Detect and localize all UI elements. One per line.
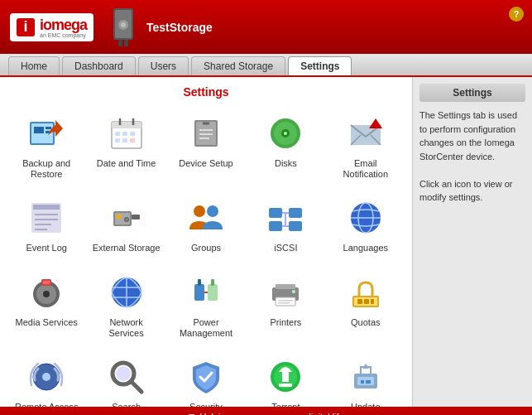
svg-rect-94 <box>361 380 364 384</box>
svg-rect-8 <box>34 127 44 133</box>
tab-home[interactable]: Home <box>8 56 60 75</box>
media-services-icon <box>25 271 68 314</box>
languages-item[interactable]: Languages <box>328 191 404 258</box>
languages-icon <box>344 196 387 239</box>
quotas-item[interactable]: Quotas <box>328 266 404 344</box>
power-management-item[interactable]: Power Management <box>168 266 244 344</box>
help-icon[interactable]: ? <box>509 7 524 22</box>
disks-label: Disks <box>275 158 297 169</box>
svg-rect-76 <box>278 300 293 302</box>
logo-i-icon: i <box>17 18 35 36</box>
quotas-icon <box>344 271 387 314</box>
iscsi-icon <box>264 196 307 239</box>
disks-item[interactable]: Disks <box>247 107 324 185</box>
iscsi-label: iSCSI <box>274 243 297 253</box>
external-storage-label: External Storage <box>93 243 161 253</box>
update-icon <box>344 355 387 398</box>
date-time-item[interactable]: Date and Time <box>88 107 164 185</box>
security-label: Security <box>189 402 223 407</box>
email-label: Email Notification <box>331 158 400 180</box>
backup-restore-label: Backup and Restore <box>12 158 81 180</box>
device-icon <box>107 7 140 48</box>
svg-rect-17 <box>130 132 135 136</box>
svg-point-87 <box>116 366 131 381</box>
languages-label: Languages <box>343 243 388 253</box>
email-item[interactable]: Email Notification <box>328 107 404 185</box>
event-log-label: Event Log <box>26 243 67 253</box>
tab-users[interactable]: Users <box>138 56 189 75</box>
groups-item[interactable]: Groups <box>168 191 244 258</box>
quotas-label: Quotas <box>351 317 380 328</box>
update-label: Update <box>351 402 380 407</box>
torrent-icon <box>264 355 307 398</box>
sidebar: Settings The Settings tab is used to per… <box>412 77 532 407</box>
svg-rect-77 <box>278 302 290 304</box>
remote-access-item[interactable]: Remote Access <box>8 350 84 407</box>
event-log-icon <box>25 196 68 239</box>
date-time-label: Date and Time <box>97 158 156 169</box>
device-name: TestStorage <box>146 21 213 34</box>
svg-line-88 <box>132 382 141 392</box>
svg-point-30 <box>284 132 287 135</box>
footer-text: Helping you manage your digital life <box>199 412 343 415</box>
network-services-label: Network Services <box>91 317 161 339</box>
torrent-label: Torrent Download <box>251 402 320 407</box>
svg-point-46 <box>125 219 127 221</box>
page-title: Settings <box>8 85 404 99</box>
nav-tabs: Home Dashboard Users Shared Storage Sett… <box>0 54 532 77</box>
disks-icon <box>264 112 307 155</box>
header: i iomega an EMC company TestStorage ? <box>0 0 532 54</box>
svg-rect-4 <box>118 40 122 46</box>
media-services-label: Media Services <box>16 317 78 328</box>
sidebar-title: Settings <box>419 84 525 102</box>
event-log-item[interactable]: Event Log <box>8 191 84 258</box>
svg-rect-9 <box>46 127 51 129</box>
iscsi-item[interactable]: iSCSI <box>247 191 324 258</box>
svg-rect-69 <box>198 279 201 286</box>
svg-rect-44 <box>117 215 121 219</box>
device-setup-item[interactable]: Device Setup <box>168 107 244 185</box>
search-label: Search <box>112 402 141 407</box>
svg-rect-71 <box>211 279 214 286</box>
svg-rect-81 <box>357 299 362 304</box>
network-services-icon <box>105 271 148 314</box>
svg-rect-74 <box>276 284 295 289</box>
svg-rect-75 <box>276 297 295 306</box>
security-icon <box>185 355 228 398</box>
printers-label: Printers <box>270 317 301 328</box>
svg-rect-70 <box>208 284 218 301</box>
update-item[interactable]: Update <box>328 350 404 407</box>
content-area: Settings Backup and Restore <box>0 77 412 407</box>
network-services-item[interactable]: Network Services <box>88 266 164 344</box>
tab-dashboard[interactable]: Dashboard <box>62 56 136 75</box>
search-item[interactable]: Search <box>88 350 164 407</box>
security-item[interactable]: Security <box>168 350 244 407</box>
footer: ≡ Helping you manage your digital life <box>0 407 532 415</box>
backup-restore-icon <box>25 112 68 155</box>
svg-rect-63 <box>43 281 50 284</box>
svg-rect-15 <box>115 132 120 136</box>
tab-settings[interactable]: Settings <box>288 56 352 75</box>
logo-sub: an EMC company <box>40 32 87 38</box>
svg-rect-36 <box>33 205 60 210</box>
svg-rect-95 <box>366 380 371 384</box>
external-storage-item[interactable]: External Storage <box>88 191 164 258</box>
svg-rect-18 <box>115 138 120 142</box>
svg-rect-5 <box>124 40 128 46</box>
backup-restore-item[interactable]: Backup and Restore <box>8 107 84 185</box>
torrent-item[interactable]: Torrent Download <box>247 350 324 407</box>
tab-shared-storage[interactable]: Shared Storage <box>191 56 285 75</box>
svg-rect-52 <box>289 221 302 231</box>
svg-rect-83 <box>371 299 374 304</box>
date-time-icon <box>105 112 148 155</box>
printers-item[interactable]: Printers <box>247 266 324 344</box>
svg-point-85 <box>42 373 50 381</box>
svg-rect-16 <box>122 132 127 136</box>
svg-rect-42 <box>132 215 140 220</box>
svg-point-47 <box>194 205 205 217</box>
svg-rect-82 <box>364 299 369 304</box>
remote-access-icon <box>25 355 68 398</box>
media-services-item[interactable]: Media Services <box>8 266 84 344</box>
device-setup-label: Device Setup <box>179 158 232 169</box>
external-storage-icon <box>105 196 148 239</box>
